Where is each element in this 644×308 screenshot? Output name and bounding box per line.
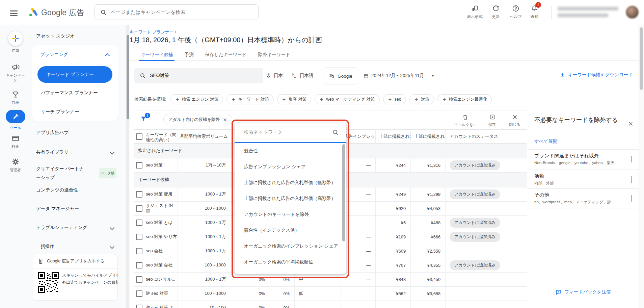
sidebar-item-planning[interactable]: プランニング xyxy=(40,50,112,59)
header-top-bid-low[interactable]: 上部に掲載され: xyxy=(376,130,411,143)
avatar[interactable] xyxy=(626,6,639,19)
chevron-down-icon[interactable] xyxy=(632,195,632,201)
dropdown-option[interactable]: アカウントのキーワードを除外 xyxy=(235,206,346,222)
expand-chip[interactable]: 対策 xyxy=(409,94,434,104)
chevron-down-icon[interactable] xyxy=(632,176,632,182)
rail-item-create[interactable]: 作成 xyxy=(0,31,31,53)
tab-keyword-ideas[interactable]: キーワード候補 xyxy=(135,51,179,60)
cell-top-bid-low: ¥920 xyxy=(376,202,411,215)
close-button[interactable]: 閉じる xyxy=(502,113,527,127)
dropdown-options: 競合性 広告インプレッション シェア 上部に掲載された広告の入札単価（低額帯） … xyxy=(235,143,346,270)
panel-section-other-title[interactable]: その他 xyxy=(534,192,549,198)
chevron-down-icon xyxy=(110,225,114,230)
dropdown-search-input[interactable]: 検索ネットワーク xyxy=(235,123,346,143)
dropdown-option[interactable]: 上部に掲載された広告の入札単価（低額帯） xyxy=(235,175,346,190)
sidebar-item-bulk-actions[interactable]: 一括操作 xyxy=(36,242,118,251)
sidebar-item-app-ads-hub[interactable]: アプリ広告ハブ xyxy=(36,128,118,137)
dropdown-option[interactable]: 競合性（インデックス値） xyxy=(235,222,346,238)
global-search-input[interactable]: ページまたはキャンペーンを検索 xyxy=(95,4,259,20)
active-filter-chip[interactable]: アダルト向けの候補を除外 xyxy=(163,114,232,125)
account-info[interactable] xyxy=(558,7,622,17)
panel-section-brands-title[interactable]: ブランド関連またはそれ以外 xyxy=(534,153,599,159)
refresh-icon xyxy=(485,4,507,13)
dropdown-option[interactable]: 上部に掲載された広告の入札単価（高額帯） xyxy=(235,190,346,206)
expand-chip[interactable]: seo xyxy=(383,94,406,104)
expand-chip[interactable]: 検索 エンジン 対策 xyxy=(170,94,223,104)
notifications-button[interactable]: ! 通知 xyxy=(524,4,545,19)
row-checkbox[interactable] xyxy=(136,205,142,212)
row-checkbox[interactable] xyxy=(136,262,142,268)
date-range-selector[interactable]: 2024年12月～2025年11月 ▼ xyxy=(363,68,435,83)
table-row[interactable]: 逆 seo 対策 100～1000 0% 0% 低 — ¥562 ¥3,688 xyxy=(134,287,527,301)
dropdown-option[interactable]: 競合性 xyxy=(235,143,346,159)
row-checkbox[interactable] xyxy=(136,220,142,226)
tab-saved-keywords[interactable]: 保存したキーワード xyxy=(199,51,252,60)
sidebar-item-content-suitability[interactable]: コンテンツの適合性 xyxy=(36,185,118,195)
send-feedback-link[interactable]: フィードバックを送信 xyxy=(527,289,639,295)
table-row[interactable]: 逆 seo 対策 ネ... 10～100 0% 0% — — — — xyxy=(134,301,527,308)
panel-section-activity-title[interactable]: 活動 xyxy=(534,173,544,179)
rail-item-admin[interactable]: 管理者 xyxy=(0,158,31,172)
expand-chip[interactable]: web マーケティング 対策 xyxy=(315,94,379,104)
cell-volume: 100～1000 xyxy=(178,287,230,301)
google-ads-logo-icon[interactable] xyxy=(28,7,38,17)
header-account-status[interactable]: アカウントのステータス xyxy=(446,130,527,143)
rail-item-billing[interactable]: 料金 xyxy=(0,134,31,149)
keyword-search-input[interactable]: SEO対策 xyxy=(134,68,263,83)
rail-item-tools[interactable]: ツール xyxy=(0,110,31,130)
download-keyword-ideas-link[interactable]: キーワード候補をダウンロード xyxy=(560,72,633,78)
plus-icon xyxy=(414,97,419,102)
panel-close-icon[interactable] xyxy=(628,121,634,127)
sidebar-scrollbar[interactable] xyxy=(126,25,129,308)
sidebar-item-creator-partnerships[interactable]: クリエイター パートナーシップ ベータ版 xyxy=(36,164,118,183)
dropdown-option[interactable]: 広告インプレッション シェア xyxy=(235,159,346,175)
expand-chip[interactable]: 集客 対策 xyxy=(277,94,311,104)
sidebar-item-shared-library[interactable]: 共有ライブラリ xyxy=(36,148,118,157)
row-checkbox[interactable] xyxy=(136,290,142,297)
row-checkbox[interactable] xyxy=(136,248,142,254)
refresh-button[interactable]: 更新 xyxy=(485,4,507,19)
rail-item-goals[interactable]: 目標 xyxy=(0,91,31,105)
appearance-button[interactable]: 表示形式 xyxy=(464,4,486,19)
row-checkbox[interactable] xyxy=(136,305,142,308)
remove-filter-icon[interactable] xyxy=(223,118,227,122)
row-checkbox[interactable] xyxy=(136,162,142,169)
header-volume[interactable]: 月間平均検索ボリューム xyxy=(178,130,230,143)
header-top-bid-high[interactable]: 上部に掲載され: xyxy=(411,130,446,143)
language-selector[interactable]: 文A 日本語 xyxy=(291,68,314,83)
row-checkbox[interactable] xyxy=(136,234,142,240)
filter-button[interactable]: 1 xyxy=(140,115,147,123)
select-all-checkbox[interactable] xyxy=(136,133,142,140)
expand-chip[interactable]: キーワード 対策 xyxy=(226,94,274,104)
dropdown-option[interactable]: オーガニック検索のインプレッション シェア xyxy=(235,238,346,254)
expand-all-link[interactable]: すべて展開 xyxy=(534,138,557,145)
exclude-keywords-panel: 不必要なキーワードを除外する すべて展開 ブランド関連またはそれ以外 Non-B… xyxy=(527,110,639,308)
sidebar-item-troubleshooting[interactable]: トラブルシューティング xyxy=(36,223,118,232)
expand-chip[interactable]: 検索エンジン最適化 xyxy=(437,94,492,104)
remove-filter-button[interactable]: フィルタを... xyxy=(453,113,478,127)
row-checkbox[interactable] xyxy=(136,276,142,283)
sidebar-item-data-manager[interactable]: データ マネージャー xyxy=(36,204,118,213)
status-pill: アカウントに追加済み xyxy=(450,218,500,228)
row-checkbox[interactable] xyxy=(136,191,142,198)
page-scrollbar[interactable] xyxy=(639,25,644,308)
dropdown-scrollbar[interactable] xyxy=(342,144,345,241)
save-button[interactable]: 保存 xyxy=(480,113,505,127)
download-icon xyxy=(560,72,565,78)
header-keyword[interactable]: キーワード（関連性の高い） xyxy=(144,130,178,143)
sidebar-item-keyword-planner[interactable]: キーワード プランナー xyxy=(37,66,112,83)
sidebar-item-performance-planner[interactable]: パフォーマンス プランナー xyxy=(41,88,115,98)
sidebar-item-asset-studio[interactable]: アセット スタジオ xyxy=(36,31,118,41)
cell-top-bid-high: — xyxy=(411,301,446,308)
sidebar-item-reach-planner[interactable]: リーチ プランナー xyxy=(41,107,115,117)
chevron-down-icon[interactable] xyxy=(632,156,632,162)
breadcrumb[interactable]: キーワード プランナー › xyxy=(130,29,176,35)
tab-negative-keywords[interactable]: 除外キーワード xyxy=(252,51,296,60)
cell-top-bid-high: ¥4,355 xyxy=(411,258,446,272)
network-selector[interactable]: Google xyxy=(323,68,358,84)
location-selector[interactable]: 日本 xyxy=(266,68,283,83)
dropdown-option[interactable]: オーガニック検索の平均掲載順位 xyxy=(235,254,346,270)
tab-forecasts[interactable]: 予測 xyxy=(179,51,199,60)
main-menu-icon[interactable] xyxy=(10,9,18,18)
rail-item-campaigns[interactable]: キャンペーン xyxy=(0,63,31,82)
